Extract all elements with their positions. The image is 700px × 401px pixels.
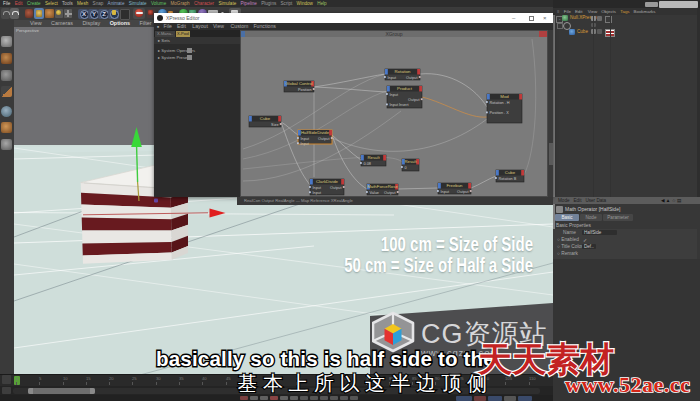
svg-text:www.52ae.cc: www.52ae.cc (565, 372, 690, 397)
